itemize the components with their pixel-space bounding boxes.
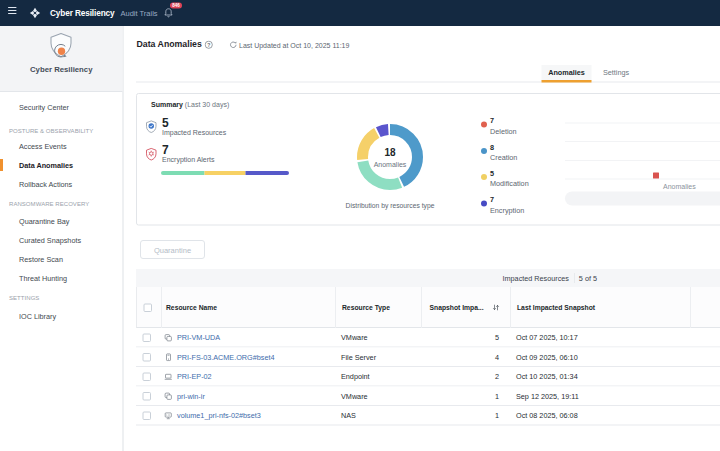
deletion-dot-icon [481,122,487,128]
sort-arrows-icon[interactable] [492,304,500,312]
resource-name-link[interactable]: volume1_pri-nfs-02#bset3 [177,406,261,426]
column-header-resource-name[interactable]: Resource Name [166,287,217,328]
summary-title: Summary (Last 30 days) [151,101,229,109]
table-row[interactable]: PRI-EP-02 Endpoint 2 Oct 10 2025, 01:34 [136,367,720,387]
encryption-alerts-value: 7 [162,144,169,156]
column-header-snapshot-impacted[interactable]: Snapshot Impa... [430,287,484,328]
last-snapshot-cell: Oct 09 2025, 06:10 [516,348,578,368]
stacked-bar-segment-yellow [205,171,246,175]
sidebar-item-data-anomalies[interactable]: Data Anomalies [0,158,123,173]
resource-type-cell: VMware [341,328,368,348]
main-content: Data Anomalies ? Last Updated at Oct 10,… [125,26,720,451]
trend-gridline [565,123,720,124]
anomalies-series-swatch-icon[interactable] [653,173,659,179]
nav-item-audit-trails[interactable]: Audit Trails [121,0,158,26]
table-row[interactable]: PRI-VM-UDA VMware 5 Oct 07 2025, 10:17 [136,328,720,348]
sidebar-section-posture-observability: POSTURE & OBSERVABILITY [0,124,123,137]
quarantine-button[interactable]: Quarantine [140,240,205,259]
impacted-resources-value: 5 [162,117,169,129]
resource-type-cell: Endpoint [341,367,370,387]
last-snapshot-cell: Oct 08 2025, 06:08 [516,406,578,426]
trend-legend-label: Anomalies [663,183,696,191]
nas-icon [164,412,173,421]
donut-caption: Distribution by resources type [327,202,453,210]
legend-item-encryption: 7 Encryption [478,195,558,220]
column-separator [510,287,511,328]
sidebar-section-ransomware-recovery: RANSOMWARE RECOVERY [0,198,123,211]
last-snapshot-cell: Sep 12 2025, 19:11 [516,387,579,407]
resource-name-link[interactable]: PRI-EP-02 [177,367,212,387]
sidebar-item-security-center[interactable]: Security Center [0,100,123,115]
sidebar-item-rollback-actions[interactable]: Rollback Actions [0,177,123,192]
resource-type-cell: VMware [341,387,368,407]
resource-name-link[interactable]: pri-win-ir [177,387,205,407]
impacted-resources-table: Impacted Resources 5 of 5 Resource Name … [136,269,720,426]
column-header-resource-type[interactable]: Resource Type [342,287,390,328]
stacked-bar-segment-indigo [245,171,289,175]
help-icon[interactable]: ? [205,41,214,50]
row-checkbox[interactable] [143,334,152,343]
encryption-dot-icon [481,201,487,207]
navbar-product-title: Cyber Resiliency [50,0,114,26]
legend-value: 5 [490,169,494,178]
sidebar-item-quarantine-bay[interactable]: Quarantine Bay [0,214,123,229]
snapshot-count-cell: 2 [436,367,499,387]
donut-center-label: Anomalies [357,160,423,168]
sidebar-item-threat-hunting[interactable]: Threat Hunting [0,271,123,286]
sidebar-item-access-events[interactable]: Access Events [0,139,123,154]
legend-value: 7 [490,116,494,125]
table-row[interactable]: volume1_pri-nfs-02#bset3 NAS 1 Oct 08 20… [136,406,720,426]
refresh-icon[interactable] [230,41,238,49]
column-separator [335,287,336,328]
row-checkbox[interactable] [143,373,152,382]
snapshot-count-cell: 4 [436,348,499,368]
top-navbar: Cyber Resiliency Audit Trails 846 [0,0,720,26]
table-header-row: Resource Name Resource Type Snapshot Imp… [136,287,720,328]
toolbar-label: Impacted Resources [503,269,569,287]
chart-zoom-slider[interactable] [565,192,720,206]
tab-settings[interactable]: Settings [592,65,641,80]
last-snapshot-cell: Oct 07 2025, 10:17 [516,328,578,348]
hamburger-menu-icon[interactable] [8,7,17,14]
toolbar-divider [574,273,575,283]
trend-gridline [565,179,720,180]
summary-card: Summary (Last 30 days) 5 Impacted Resour… [136,93,720,226]
column-separator [690,287,691,328]
impacted-resources-label: Impacted Resources [162,128,226,136]
notifications-bell-icon[interactable] [164,8,174,19]
row-checkbox[interactable] [143,412,152,421]
shield-virus-icon [146,148,158,162]
sidebar-item-restore-scan[interactable]: Restore Scan [0,252,123,267]
cyber-resiliency-shield-icon [48,32,74,61]
resource-name-link[interactable]: PRI-VM-UDA [177,328,220,348]
table-row[interactable]: PRI-FS-03.ACME.ORG#bset4 File Server 4 O… [136,348,720,368]
svg-text:?: ? [207,42,210,48]
modification-dot-icon [481,174,487,180]
summary-subtitle: (Last 30 days) [185,101,229,109]
app-root: Cyber Resiliency Audit Trails 846 Cyber … [0,0,720,451]
resource-name-link[interactable]: PRI-FS-03.ACME.ORG#bset4 [177,348,275,368]
sidebar-header: Cyber Resiliency [0,26,123,92]
legend-label: Encryption [490,206,524,214]
select-all-checkbox[interactable] [144,304,153,313]
sidebar: Cyber Resiliency Security Center POSTURE… [0,26,124,451]
tab-anomalies[interactable]: Anomalies [542,65,592,83]
sidebar-item-ioc-library[interactable]: IOC Library [0,309,123,324]
table-toolbar: Impacted Resources 5 of 5 [136,269,720,287]
row-checkbox[interactable] [143,392,152,401]
trend-gridline [565,160,720,161]
vm-icon [164,334,173,343]
endpoint-icon [164,373,173,382]
snapshot-count-cell: 5 [436,328,499,348]
legend-label: Deletion [490,127,517,135]
sidebar-section-settings: SETTINGS [0,292,123,305]
table-row[interactable]: pri-win-ir VMware 1 Sep 12 2025, 19:11 [136,387,720,407]
column-header-last-impacted-snapshot[interactable]: Last Impacted Snapshot [517,287,595,328]
row-checkbox[interactable] [143,353,152,362]
last-snapshot-cell: Oct 10 2025, 01:34 [516,367,578,387]
shield-check-icon [146,120,158,134]
legend-item-creation: 8 Creation [478,143,558,168]
donut-center-value: 18 [357,147,423,159]
active-item-indicator [0,159,3,171]
sidebar-item-curated-snapshots[interactable]: Curated Snapshots [0,233,123,248]
